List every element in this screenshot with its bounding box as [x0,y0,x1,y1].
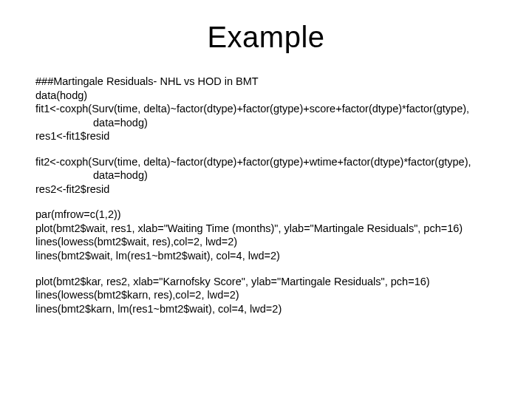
code-line: lines(bmt2$wait, lm(res1~bmt2$wait), col… [35,249,497,263]
code-line: data=hodg) [35,116,497,130]
code-line: fit1<-coxph(Surv(time, delta)~factor(dty… [35,102,497,116]
code-line: lines(lowess(bmt2$wait, res),col=2, lwd=… [35,235,497,249]
code-block-4: plot(bmt2$kar, res2, xlab="Karnofsky Sco… [35,275,497,316]
code-block-1: ###Martingale Residuals- NHL vs HOD in B… [35,75,497,143]
code-line: plot(bmt2$kar, res2, xlab="Karnofsky Sco… [35,275,497,289]
code-line: ###Martingale Residuals- NHL vs HOD in B… [35,75,497,89]
code-line: par(mfrow=c(1,2)) [35,208,497,222]
code-line: data=hodg) [35,168,497,183]
code-line: res1<-fit1$resid [35,129,497,143]
code-line: plot(bmt2$wait, res1, xlab="Waiting Time… [35,222,497,236]
code-line: lines(lowess(bmt2$karn, res),col=2, lwd=… [35,288,497,302]
code-line: fit2<-coxph(Surv(time, delta)~factor(dty… [35,155,497,169]
code-line: lines(bmt2$karn, lm(res1~bmt2$wait), col… [35,302,497,316]
code-line: res2<-fit2$resid [35,183,497,197]
code-block-2: fit2<-coxph(Surv(time, delta)~factor(dty… [35,155,497,197]
slide-title: Example [35,21,497,54]
slide: Example ###Martingale Residuals- NHL vs … [0,0,532,399]
code-line: data(hodg) [35,89,497,103]
code-block-3: par(mfrow=c(1,2)) plot(bmt2$wait, res1, … [35,208,497,262]
